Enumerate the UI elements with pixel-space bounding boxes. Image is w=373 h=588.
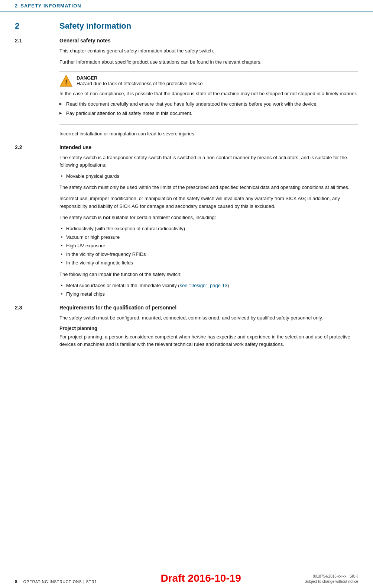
- list2-item-1: Radioactivity (with the exception of nat…: [59, 225, 358, 232]
- list2-item-4: In the vicinity of low-frequency RFIDs: [59, 251, 358, 258]
- section-2-2-row: 2.2 Intended use: [15, 144, 358, 150]
- footer-doc-note: Subject to change without notice: [305, 579, 358, 584]
- section-2-title: Safety information: [59, 21, 131, 31]
- para4-suffix: suitable for certain ambient conditions,…: [110, 215, 216, 220]
- footer-draft: Draft 2016-10-19: [97, 572, 305, 584]
- footer-left: 8 OPERATING INSTRUCTIONS | STR1: [15, 579, 97, 584]
- section-2-3-row: 2.3 Requirements for the qualification o…: [15, 305, 358, 311]
- list3-item1-link[interactable]: see "Design", page 13: [180, 283, 227, 288]
- section-2-1-content: This chapter contains general safety inf…: [59, 47, 358, 138]
- section-2-2-list2: Radioactivity (with the exception of nat…: [59, 225, 358, 267]
- danger-title-block: DANGER Hazard due to lack of effectivene…: [77, 75, 202, 86]
- section-2-2-para3: Incorrect use, improper modification, or…: [59, 195, 358, 210]
- para4-bold: not: [103, 215, 110, 220]
- section-2-number: 2: [15, 21, 59, 31]
- footer-doc-title: OPERATING INSTRUCTIONS | STR1: [23, 580, 97, 584]
- section-2-1-para3: Incorrect installation or manipulation c…: [59, 130, 358, 138]
- section-2-2-list1: Movable physical guards: [59, 173, 358, 180]
- main-content: 2 Safety information 2.1 General safety …: [0, 12, 373, 382]
- danger-list-item-2: Pay particular attention to all safety n…: [59, 110, 358, 117]
- section-2-2-para5: The following can impair the function of…: [59, 271, 358, 278]
- list2-item-3: High UV exposure: [59, 242, 358, 250]
- footer-right: 8018754/2016-xx-xx | SICK Subject to cha…: [305, 574, 358, 584]
- header-section-title: SAFETY INFORMATION: [20, 3, 81, 9]
- section-2-1-row: 2.1 General safety notes: [15, 38, 358, 44]
- list3-item1-suffix: ): [227, 283, 229, 288]
- list2-item-5: In the vicinity of magnetic fields: [59, 259, 358, 267]
- section-2-2-para4: The safety switch is not suitable for ce…: [59, 214, 358, 221]
- page-header: 2 SAFETY INFORMATION: [0, 0, 373, 12]
- section-2-2-list1-item1: Movable physical guards: [59, 173, 358, 180]
- page-footer: 8 OPERATING INSTRUCTIONS | STR1 Draft 20…: [0, 570, 373, 588]
- section-2-3-para1: The safety switch must be configured, mo…: [59, 314, 358, 322]
- list3-item-2: Flying metal chips: [59, 290, 358, 298]
- section-2-2-content: The safety switch is a transponder safet…: [59, 154, 358, 298]
- section-2-3-subheading: Project planning: [59, 325, 358, 331]
- danger-body: In the case of non-compliance, it is pos…: [59, 90, 358, 97]
- svg-text:!: !: [65, 78, 67, 86]
- danger-list-item-1: Read this document carefully and ensure …: [59, 100, 358, 108]
- section-2-3-title: Requirements for the qualification of pe…: [59, 305, 176, 311]
- footer-page-number: 8: [15, 579, 17, 584]
- section-2-2-title: Intended use: [59, 144, 91, 150]
- warning-icon: !: [59, 74, 73, 88]
- danger-header: ! DANGER Hazard due to lack of effective…: [59, 75, 358, 88]
- danger-title: DANGER: [77, 75, 202, 81]
- danger-subtitle: Hazard due to lack of effectiveness of t…: [77, 81, 202, 86]
- section-2-2-para1: The safety switch is a transponder safet…: [59, 154, 358, 169]
- para4-prefix: The safety switch is: [59, 215, 103, 220]
- section-2-1-para1: This chapter contains general safety inf…: [59, 47, 358, 55]
- list2-item-2: Vacuum or high pressure: [59, 234, 358, 241]
- danger-list: Read this document carefully and ensure …: [59, 100, 358, 118]
- section-2-1-number: 2.1: [15, 38, 59, 44]
- section-2-2-list3: Metal subsurfaces or metal in the immedi…: [59, 282, 358, 298]
- section-2-row: 2 Safety information: [15, 21, 358, 31]
- list3-item-1: Metal subsurfaces or metal in the immedi…: [59, 282, 358, 289]
- header-section-number: 2: [15, 3, 17, 9]
- section-2-3-number: 2.3: [15, 305, 59, 311]
- section-2-2-para2: The safety switch must only be used with…: [59, 184, 358, 191]
- section-2-3-content: The safety switch must be configured, mo…: [59, 314, 358, 348]
- section-2-1-title: General safety notes: [59, 38, 111, 44]
- section-2-1-para2: Further information about specific produ…: [59, 58, 358, 66]
- section-2-3-para2: For project planning, a person is consid…: [59, 333, 358, 348]
- list3-item1-prefix: Metal subsurfaces or metal in the immedi…: [66, 283, 180, 288]
- footer-doc-number: 8018754/2016-xx-xx | SICK: [305, 574, 358, 579]
- danger-box: ! DANGER Hazard due to lack of effective…: [59, 71, 358, 125]
- section-2-2-number: 2.2: [15, 144, 59, 150]
